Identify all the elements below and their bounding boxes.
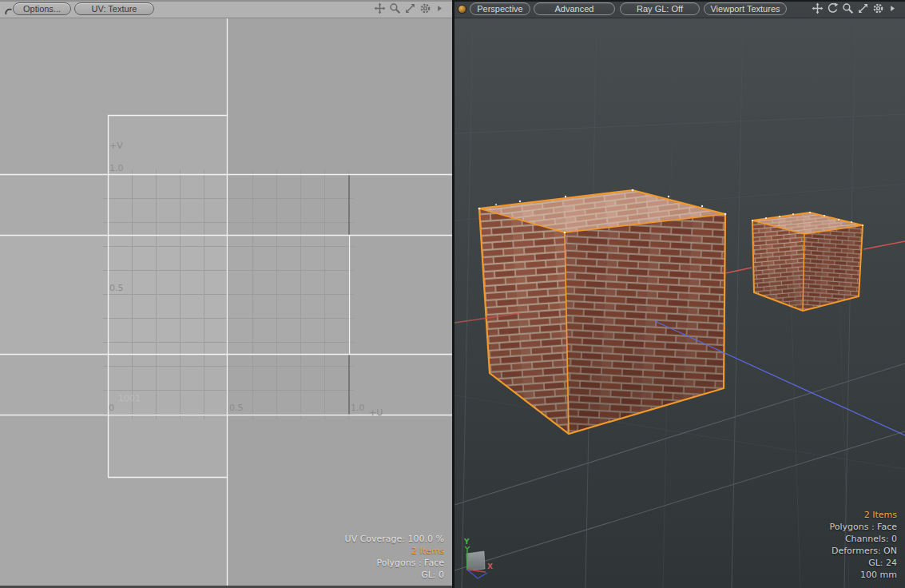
expand-icon[interactable] [857, 2, 869, 14]
status-items: 2 Items [829, 509, 897, 521]
flyout-arrow-icon[interactable] [887, 2, 897, 14]
viewport-3d-panel: Y X Perspective Advanced Ray GL: Off Vie… [454, 0, 905, 588]
uv-udim-tile-label: 1001 [118, 393, 141, 403]
uv-v-axis-label: +V [109, 141, 123, 151]
status-gl: GL: 24 [829, 557, 897, 569]
status-channels: Channels: 0 [829, 533, 897, 545]
arc-handle-icon[interactable] [4, 4, 13, 19]
uv-toolbar: Options... UV: Texture [0, 0, 452, 18]
rotate-icon[interactable] [827, 2, 839, 14]
gear-icon[interactable] [872, 2, 884, 14]
gizmo-x-label: X [487, 562, 493, 570]
view-type-button[interactable]: Perspective [470, 2, 530, 15]
pan-icon[interactable] [374, 2, 386, 14]
uv-u-axis-label: +U [369, 407, 383, 418]
status-polygons: Polygons : Face [829, 521, 897, 533]
expand-icon[interactable] [404, 2, 416, 14]
uv-mode-button[interactable]: UV: Texture [74, 2, 154, 15]
viewport-sphere-icon[interactable] [458, 6, 466, 13]
viewport-status-readout: 2 Items Polygons : Face Channels: 0 Defo… [829, 509, 897, 581]
viewport-toolbar: Perspective Advanced Ray GL: Off Viewpor… [454, 0, 905, 18]
status-gl: GL: 0 [345, 569, 444, 581]
status-polygons: Polygons : Face [345, 557, 444, 569]
brick-cube-small[interactable] [752, 212, 863, 311]
uv-v-tick-1: 1.0 [109, 163, 124, 173]
status-grid-size: 100 mm [829, 569, 897, 581]
application-window: +V 1.0 0.5 0 1001 0.5 1.0 +U Options... … [0, 0, 905, 588]
status-uv-coverage: UV Coverage: 100.0 % [345, 533, 444, 545]
gear-icon[interactable] [419, 2, 431, 14]
uv-editor-panel: +V 1.0 0.5 0 1001 0.5 1.0 +U Options... … [0, 0, 452, 588]
status-deformers: Deformers: ON [829, 545, 897, 557]
zoom-icon[interactable] [389, 2, 401, 14]
viewport-3d-canvas[interactable]: Y X [454, 0, 905, 588]
uv-origin-tick: 0 [109, 403, 114, 413]
uv-u-tick-1: 1.0 [351, 403, 365, 413]
shading-mode-button[interactable]: Advanced [534, 2, 615, 15]
uv-toolbar-icons [374, 2, 444, 14]
pan-icon[interactable] [812, 2, 824, 14]
gizmo-y-label: Y [463, 538, 470, 546]
uv-v-tick-05: 0.5 [109, 283, 124, 293]
options-button[interactable]: Options... [13, 2, 71, 15]
zoom-icon[interactable] [842, 2, 854, 14]
status-items: 2 Items [345, 545, 444, 557]
uv-region-shading [0, 18, 452, 588]
ray-gl-button[interactable]: Ray GL: Off [620, 2, 700, 15]
uv-canvas[interactable]: +V 1.0 0.5 0 1001 0.5 1.0 +U [0, 0, 452, 588]
viewport-toolbar-icons [812, 2, 897, 14]
viewport-textures-button[interactable]: Viewport Textures [704, 2, 787, 15]
uv-u-tick-05: 0.5 [229, 403, 244, 413]
flyout-arrow-icon[interactable] [435, 2, 444, 14]
uv-status-readout: UV Coverage: 100.0 % 2 Items Polygons : … [345, 533, 444, 581]
